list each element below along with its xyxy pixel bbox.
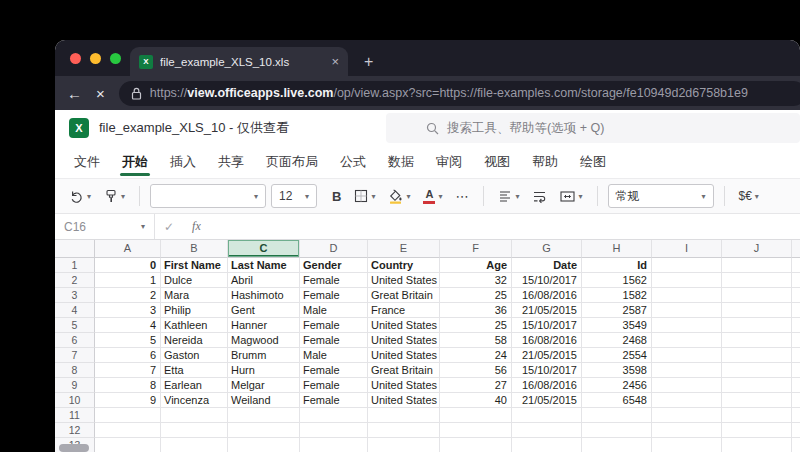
column-header-J[interactable]: J [722, 240, 792, 258]
stop-icon[interactable]: × [96, 86, 105, 101]
column-header-H[interactable]: H [582, 240, 652, 258]
select-all-corner[interactable] [55, 240, 95, 258]
cell-F10[interactable]: 40 [440, 393, 512, 408]
cell-E1[interactable]: Country [368, 258, 440, 273]
cell-I12[interactable] [652, 423, 722, 438]
row-header-3[interactable]: 3 [55, 288, 95, 303]
wrap-text-button[interactable] [528, 186, 551, 207]
cell-E12[interactable] [368, 423, 440, 438]
menu-tab-10[interactable]: 绘图 [569, 146, 617, 178]
enter-check-icon[interactable]: ✓ [155, 220, 183, 234]
column-header-I[interactable]: I [652, 240, 722, 258]
back-icon[interactable]: ← [67, 86, 82, 101]
insert-function-icon[interactable]: fx [183, 219, 210, 234]
bold-button[interactable]: B [328, 186, 345, 207]
cell-F8[interactable]: 56 [440, 363, 512, 378]
cell-C4[interactable]: Gent [228, 303, 300, 318]
cell-J8[interactable] [722, 363, 792, 378]
cell-G3[interactable]: 16/08/2016 [512, 288, 582, 303]
cell-name-box[interactable]: C16 ▾ [55, 214, 155, 239]
row-header-4[interactable]: 4 [55, 303, 95, 318]
cell-B12[interactable] [161, 423, 228, 438]
cell-D6[interactable]: Female [300, 333, 368, 348]
cell-D11[interactable] [300, 408, 368, 423]
cell-B3[interactable]: Mara [161, 288, 228, 303]
cell-G4[interactable]: 21/05/2015 [512, 303, 582, 318]
search-box[interactable]: 搜索工具、帮助等(选项 + Q) [386, 113, 800, 143]
cell-I6[interactable] [652, 333, 722, 348]
cell-B5[interactable]: Kathleen [161, 318, 228, 333]
cell-F1[interactable]: Age [440, 258, 512, 273]
cell-D10[interactable]: Female [300, 393, 368, 408]
more-formatting-button[interactable]: ⋯ [451, 186, 473, 207]
cell-A9[interactable]: 8 [95, 378, 161, 393]
browser-tab[interactable]: X file_example_XLS_10.xls × [130, 47, 348, 76]
cell-J5[interactable] [722, 318, 792, 333]
cell-C13[interactable] [228, 438, 300, 452]
cell-I7[interactable] [652, 348, 722, 363]
column-header-G[interactable]: G [512, 240, 582, 258]
row-header-6[interactable]: 6 [55, 333, 95, 348]
borders-button[interactable]: ▾ [350, 186, 379, 206]
cell-B11[interactable] [161, 408, 228, 423]
cell-I10[interactable] [652, 393, 722, 408]
cell-F9[interactable]: 27 [440, 378, 512, 393]
row-header-10[interactable]: 10 [55, 393, 95, 408]
cell-J7[interactable] [722, 348, 792, 363]
cell-H10[interactable]: 6548 [582, 393, 652, 408]
cell-C1[interactable]: Last Name [228, 258, 300, 273]
cell-F4[interactable]: 36 [440, 303, 512, 318]
cell-D13[interactable] [300, 438, 368, 452]
cell-H6[interactable]: 2468 [582, 333, 652, 348]
cell-F12[interactable] [440, 423, 512, 438]
column-header-D[interactable]: D [300, 240, 368, 258]
cell-H8[interactable]: 3598 [582, 363, 652, 378]
cell-C6[interactable]: Magwood [228, 333, 300, 348]
cell-I5[interactable] [652, 318, 722, 333]
row-header-5[interactable]: 5 [55, 318, 95, 333]
cell-D2[interactable]: Female [300, 273, 368, 288]
cell-D7[interactable]: Male [300, 348, 368, 363]
cell-H4[interactable]: 2587 [582, 303, 652, 318]
cell-C9[interactable]: Melgar [228, 378, 300, 393]
cell-B1[interactable]: First Name [161, 258, 228, 273]
cell-J9[interactable] [722, 378, 792, 393]
address-bar[interactable]: https://view.officeapps.live.com/op/view… [119, 81, 800, 106]
tab-close-icon[interactable]: × [331, 55, 339, 68]
cell-B9[interactable]: Earlean [161, 378, 228, 393]
format-painter-button[interactable]: ▾ [100, 186, 129, 207]
font-name-combo[interactable]: ▾ [150, 184, 266, 208]
menu-tab-3[interactable]: 共享 [207, 146, 255, 178]
cell-H11[interactable] [582, 408, 652, 423]
cell-C2[interactable]: Abril [228, 273, 300, 288]
cell-F6[interactable]: 58 [440, 333, 512, 348]
cell-G11[interactable] [512, 408, 582, 423]
cell-D4[interactable]: Male [300, 303, 368, 318]
cell-D3[interactable]: Female [300, 288, 368, 303]
cell-H1[interactable]: Id [582, 258, 652, 273]
cell-H5[interactable]: 3549 [582, 318, 652, 333]
menu-tab-1[interactable]: 开始 [111, 146, 159, 178]
cell-C5[interactable]: Hanner [228, 318, 300, 333]
cell-J11[interactable] [722, 408, 792, 423]
cell-H13[interactable] [582, 438, 652, 452]
cell-I9[interactable] [652, 378, 722, 393]
cell-A10[interactable]: 9 [95, 393, 161, 408]
cell-I8[interactable] [652, 363, 722, 378]
cell-H3[interactable]: 1582 [582, 288, 652, 303]
cell-B6[interactable]: Nereida [161, 333, 228, 348]
formula-input[interactable] [210, 214, 800, 239]
cell-E7[interactable]: United States [368, 348, 440, 363]
cell-E9[interactable]: United States [368, 378, 440, 393]
cell-G13[interactable] [512, 438, 582, 452]
cell-I4[interactable] [652, 303, 722, 318]
cell-I2[interactable] [652, 273, 722, 288]
cell-A8[interactable]: 7 [95, 363, 161, 378]
cell-G2[interactable]: 15/10/2017 [512, 273, 582, 288]
cell-A12[interactable] [95, 423, 161, 438]
cell-A5[interactable]: 4 [95, 318, 161, 333]
cell-J10[interactable] [722, 393, 792, 408]
cell-B2[interactable]: Dulce [161, 273, 228, 288]
cell-C12[interactable] [228, 423, 300, 438]
cell-G9[interactable]: 16/08/2016 [512, 378, 582, 393]
